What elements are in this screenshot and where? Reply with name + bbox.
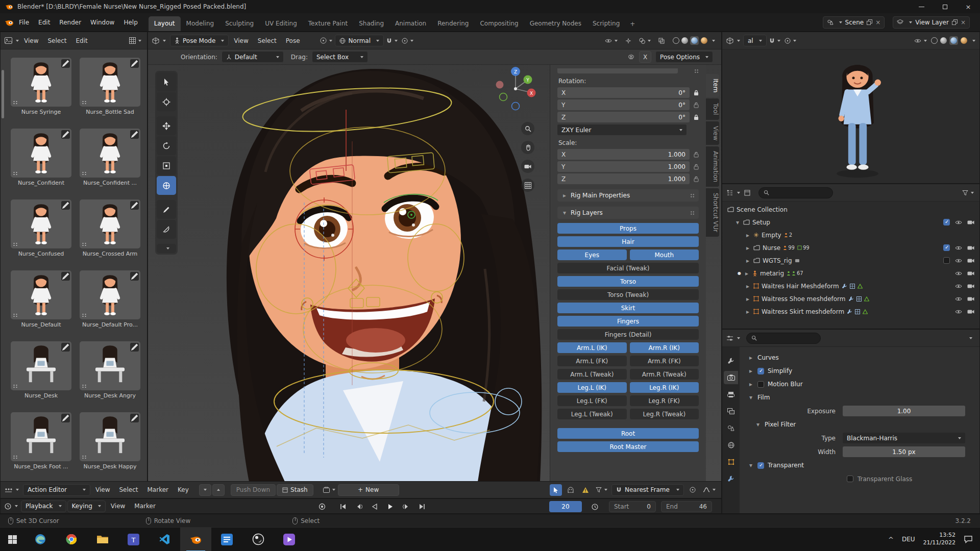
asset-item[interactable]: Nurse_Crossed Arm [80, 199, 140, 257]
push-down-button[interactable]: Push Down [231, 484, 276, 496]
edit-asset-icon[interactable] [130, 201, 139, 210]
object-properties-tab[interactable] [724, 455, 738, 468]
minimize-button[interactable] [910, 0, 933, 13]
disclosure-icon[interactable]: ▸ [745, 308, 751, 315]
rig-main-properties-panel[interactable]: ▸ Rig Main Properties [557, 189, 699, 202]
navigation-gizmo[interactable]: Z Y X [494, 65, 537, 112]
display-mode-icon[interactable] [741, 187, 753, 198]
shading-material-active[interactable] [949, 36, 958, 45]
outliner-row-setup[interactable]: ▾ Setup [722, 216, 979, 229]
maximize-button[interactable] [933, 0, 957, 13]
drag-setting-dropdown[interactable]: Select Box [312, 51, 368, 63]
sidebar-tab-item[interactable]: Item [706, 74, 719, 97]
object-visibility-icon[interactable] [603, 35, 619, 46]
blender-taskbar-icon[interactable] [180, 528, 211, 551]
rig-layer-leg-r-tweak[interactable]: Leg.R (Tweak) [630, 409, 699, 419]
transparent-checkbox[interactable] [757, 462, 764, 469]
snapping-icon[interactable] [385, 35, 399, 46]
workspace-tab-texture-paint[interactable]: Texture Paint [303, 16, 353, 31]
disclosure-icon[interactable]: ▸ [744, 270, 750, 277]
rig-layer-arm-l-ik[interactable]: Arm.L (IK) [557, 342, 627, 353]
rig-layer-root[interactable]: Root [557, 428, 699, 439]
rig-layer-leg-l-ik[interactable]: Leg.L (IK) [557, 382, 627, 393]
keying-dropdown[interactable]: Keying [67, 500, 106, 512]
start-button[interactable] [0, 528, 24, 551]
edit-asset-icon[interactable] [130, 414, 139, 422]
blender-menu-icon[interactable] [4, 18, 14, 27]
rotation-y-field[interactable]: Y0° [557, 99, 690, 110]
asset-thumbnail[interactable] [11, 270, 71, 319]
transform-orientation-dropdown[interactable]: Normal [335, 35, 384, 46]
end-frame-field[interactable]: End 46 [661, 501, 712, 512]
media-app-icon[interactable] [274, 528, 305, 551]
rotate-tool[interactable] [157, 136, 176, 155]
disable-render-camera-icon[interactable] [967, 296, 974, 302]
render-properties-tab[interactable] [724, 371, 738, 384]
asset-thumbnail[interactable] [11, 58, 71, 107]
filter-width-field[interactable]: 1.50 px [843, 446, 965, 457]
asset-thumbnail[interactable] [80, 199, 140, 248]
outliner-editor-icon[interactable] [726, 190, 733, 196]
outliner-row-waitres-hair[interactable]: ▸ Waitres Hair Meshdeform [722, 280, 979, 292]
play-button[interactable] [384, 500, 397, 513]
collection-checkbox[interactable] [943, 219, 950, 226]
editor-type-caret-icon[interactable] [163, 40, 166, 42]
menu-edit[interactable]: Edit [34, 16, 55, 29]
transparent-glass-checkbox[interactable] [847, 475, 853, 482]
workspace-tab-sculpting[interactable]: Sculpting [219, 16, 259, 31]
object-visibility-icon[interactable] [913, 35, 928, 46]
disclosure-icon[interactable]: ▸ [748, 367, 754, 374]
workspace-tab-compositing[interactable]: Compositing [474, 16, 524, 31]
rig-layer-leg-r-fk[interactable]: Leg.R (FK) [630, 395, 699, 406]
rig-layer-mouth[interactable]: Mouth [630, 249, 699, 260]
pose-options-dropdown[interactable]: Pose Options [655, 51, 713, 63]
explorer-icon[interactable] [87, 528, 118, 551]
edit-asset-icon[interactable] [130, 59, 139, 68]
editor-type-caret-icon[interactable] [737, 40, 740, 42]
film-section[interactable]: ▾ Film [740, 391, 979, 404]
filter-icon[interactable] [594, 484, 609, 496]
rig-layer-leg-r-ik[interactable]: Leg.R (IK) [630, 382, 699, 393]
clock[interactable]: 13:52 21/11/2022 [923, 532, 955, 547]
start-frame-field[interactable]: Start 0 [609, 501, 656, 512]
asset-thumbnail[interactable] [11, 412, 71, 461]
unlock-icon[interactable] [694, 176, 699, 182]
toolbar-expand-icon[interactable] [157, 244, 176, 253]
hide-eye-icon[interactable] [955, 309, 962, 314]
rig-layer-arm-r-fk[interactable]: Arm.R (FK) [630, 356, 699, 366]
scale-y-field[interactable]: Y1.000 [557, 161, 690, 172]
asset-item[interactable]: Nurse_Default Pro... [80, 270, 140, 328]
simplify-section[interactable]: ▸ Simplify [740, 364, 979, 378]
scene-selector[interactable]: Scene × [823, 16, 885, 29]
tray-expand-icon[interactable]: ^ [888, 536, 894, 543]
asset-item[interactable]: Nurse_Confused [11, 199, 71, 257]
jump-to-end-button[interactable] [416, 500, 428, 513]
lock-icon[interactable] [694, 90, 699, 96]
viewport-editor-icon[interactable] [726, 37, 733, 44]
remove-view-layer-icon[interactable]: × [961, 19, 966, 26]
keyboard-language[interactable]: DEU [902, 536, 915, 543]
shading-wireframe-icon[interactable] [931, 37, 938, 44]
asset-item[interactable]: Nurse_Desk Angry [80, 341, 140, 399]
collection-checkbox[interactable] [943, 244, 950, 251]
annotate-tool[interactable] [157, 200, 176, 219]
preview-orientation-dropdown[interactable]: al [743, 35, 767, 46]
edit-asset-icon[interactable] [61, 272, 70, 281]
rig-layer-fingers-detail[interactable]: Fingers (Detail) [557, 329, 699, 340]
editor-type-caret-icon[interactable] [737, 337, 740, 339]
disclosure-icon[interactable]: ▸ [561, 192, 568, 199]
asset-item[interactable]: Nurse_Confident ... [80, 129, 140, 186]
viewport-menu-select[interactable]: Select [254, 37, 281, 44]
sidebar-tab-animation[interactable]: Animation [706, 146, 719, 187]
disclosure-icon[interactable]: ▸ [745, 283, 751, 290]
browse-action-icon[interactable] [322, 484, 337, 496]
rig-layer-fingers[interactable]: Fingers [557, 316, 699, 327]
menu-render[interactable]: Render [55, 16, 86, 29]
sidebar-tab-view[interactable]: View [706, 121, 719, 145]
scale-tool[interactable] [157, 156, 176, 175]
rig-layer-facial-tweak[interactable]: Facial (Tweak) [557, 263, 699, 273]
asset-thumbnail[interactable] [80, 58, 140, 107]
disable-render-camera-icon[interactable] [967, 220, 974, 225]
xray-toggle-icon[interactable] [655, 35, 668, 46]
dope-menu-marker[interactable]: Marker [143, 486, 173, 493]
